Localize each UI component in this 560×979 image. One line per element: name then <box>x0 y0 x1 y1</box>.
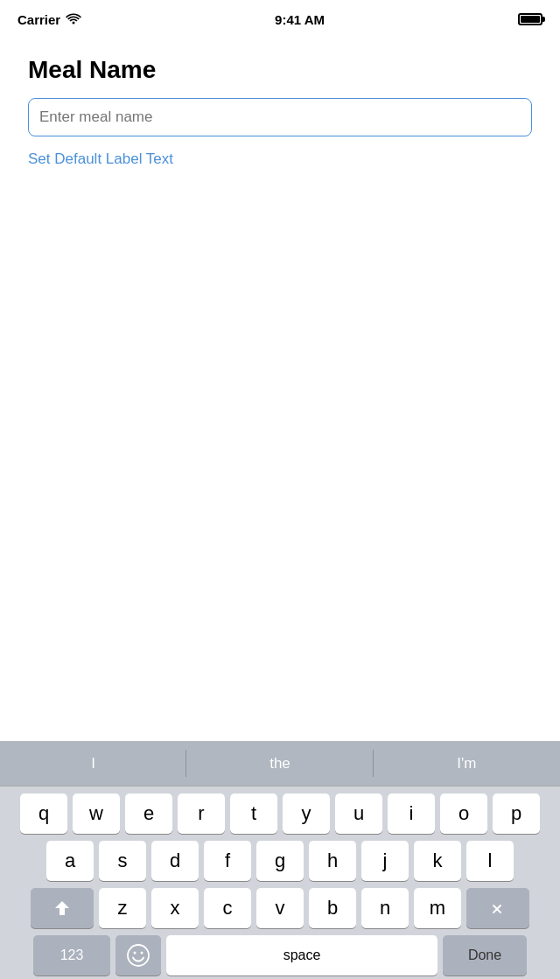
key-w[interactable]: w <box>73 794 120 834</box>
key-e[interactable]: e <box>125 794 172 834</box>
autocomplete-the[interactable]: the <box>186 741 373 786</box>
battery-icon <box>518 13 542 25</box>
key-shift[interactable] <box>31 888 94 928</box>
key-n[interactable]: n <box>361 888 409 928</box>
autocomplete-bar: I the I'm <box>0 741 560 787</box>
battery-fill <box>521 16 540 23</box>
key-s[interactable]: s <box>99 841 146 881</box>
key-r[interactable]: r <box>178 794 225 834</box>
key-row-4: 123 space Done <box>4 935 556 976</box>
key-o[interactable]: o <box>440 794 487 834</box>
key-q[interactable]: q <box>20 794 67 834</box>
key-z[interactable]: z <box>99 888 146 928</box>
key-row-3: z x c v b n m <box>4 888 556 928</box>
status-time: 9:41 AM <box>275 12 325 27</box>
key-a[interactable]: a <box>46 841 94 881</box>
key-j[interactable]: j <box>361 841 409 881</box>
key-x[interactable]: x <box>151 888 199 928</box>
key-i[interactable]: i <box>388 794 435 834</box>
key-space[interactable]: space <box>166 935 438 976</box>
key-c[interactable]: c <box>204 888 251 928</box>
key-p[interactable]: p <box>493 794 540 834</box>
key-u[interactable]: u <box>335 794 382 834</box>
meal-name-input[interactable] <box>28 98 532 136</box>
keyboard-rows: q w e r t y u i o p a s d f g h j k l <box>0 787 560 979</box>
key-g[interactable]: g <box>256 841 304 881</box>
battery-indicator <box>518 13 542 25</box>
key-d[interactable]: d <box>151 841 199 881</box>
svg-point-0 <box>128 945 149 966</box>
key-t[interactable]: t <box>230 794 277 834</box>
key-done[interactable]: Done <box>443 935 527 976</box>
key-row-2: a s d f g h j k l <box>4 841 556 881</box>
wifi-icon <box>66 12 81 27</box>
key-f[interactable]: f <box>204 841 251 881</box>
status-bar: Carrier 9:41 AM <box>0 0 560 38</box>
input-wrapper <box>28 98 532 136</box>
set-default-link[interactable]: Set Default Label Text <box>28 150 173 168</box>
autocomplete-im[interactable]: I'm <box>374 741 560 786</box>
svg-point-1 <box>134 952 136 955</box>
key-y[interactable]: y <box>283 794 330 834</box>
svg-point-2 <box>141 952 144 955</box>
key-numbers[interactable]: 123 <box>33 935 110 976</box>
key-m[interactable]: m <box>414 888 461 928</box>
key-delete[interactable] <box>466 888 529 928</box>
autocomplete-i[interactable]: I <box>0 741 186 786</box>
key-row-1: q w e r t y u i o p <box>4 794 556 834</box>
meal-name-label: Meal Name <box>28 56 532 84</box>
key-emoji[interactable] <box>116 935 161 976</box>
carrier-label: Carrier <box>18 12 60 27</box>
key-v[interactable]: v <box>256 888 304 928</box>
key-h[interactable]: h <box>309 841 356 881</box>
key-b[interactable]: b <box>309 888 356 928</box>
status-left: Carrier <box>18 12 81 27</box>
key-l[interactable]: l <box>466 841 514 881</box>
main-content: Meal Name Set Default Label Text <box>0 38 560 185</box>
keyboard: I the I'm q w e r t y u i o p a s d f g … <box>0 741 560 979</box>
key-k[interactable]: k <box>414 841 461 881</box>
